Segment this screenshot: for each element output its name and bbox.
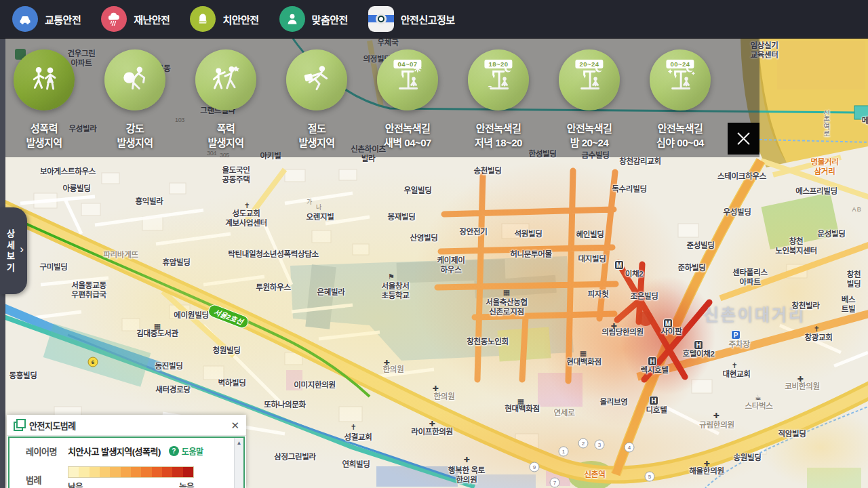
layer-icon-greenway-dawn[interactable]: 04~07안전녹색길새벽 04~07: [362, 49, 453, 150]
nav-item-disaster[interactable]: 재난안전: [101, 6, 170, 32]
legend-window-icon: [14, 422, 23, 431]
help-icon: ?: [169, 446, 179, 456]
theft-icon: [286, 49, 347, 110]
time-badge: 04~07: [393, 60, 421, 68]
subway-line-badge: 6: [88, 357, 98, 367]
station-platform: [43, 323, 151, 387]
legend-scrollbar[interactable]: ▲: [234, 438, 243, 488]
car-icon: [12, 6, 38, 32]
safety-map-app: 건우그린 아파트뒤공동우체국의정빌딩학도서관임상실기 교육센터우성빌라그랜드빌라…: [0, 0, 868, 488]
layer-icon-greenway-evening[interactable]: 18~20안전녹색길저녁 18~20: [453, 49, 544, 150]
layer-icon-greenway-night[interactable]: 20~24안전녹색길밤 20~24: [544, 49, 635, 150]
rain-icon: [101, 6, 127, 32]
legend-panel-header: 안전지도범례 ✕: [7, 415, 246, 436]
gradient-cell: [68, 467, 79, 477]
legend-high-label: 높음: [179, 480, 194, 488]
legend-low-label: 낮음: [68, 480, 83, 488]
exit-number-badge: 2: [578, 439, 589, 449]
exit-number-badge: 9: [530, 462, 540, 472]
time-badge: 18~20: [484, 60, 512, 68]
legend-label: 범례: [26, 473, 68, 486]
layer-icon-label: 성폭력발생지역: [0, 121, 90, 150]
bell-icon: [190, 6, 216, 32]
nav-item-report[interactable]: 안전신고정보: [368, 6, 455, 32]
time-badge: 20~24: [575, 60, 603, 68]
nav-item-label: 치안안전: [222, 12, 258, 26]
detail-view-tab[interactable]: 상세보기 ›: [0, 207, 27, 294]
detail-view-tab-label: 상세보기: [7, 228, 15, 273]
greenway-night-icon: 20~24: [559, 49, 620, 110]
gradient-cell: [141, 467, 151, 477]
scroll-up-arrow[interactable]: ▲: [235, 438, 243, 446]
exit-number-badge: 1: [559, 447, 569, 457]
layer-icon-sexual-violence[interactable]: 성폭력발생지역: [0, 49, 90, 150]
layer-icon-label: 안전녹색길저녁 18~20: [453, 121, 544, 150]
gradient-cell: [110, 467, 120, 477]
chevron-right-icon: ›: [20, 243, 24, 256]
person-icon: [279, 6, 305, 32]
layer-name-value: 치안사고 발생지역(성폭력): [68, 445, 161, 458]
layer-bar-close-button[interactable]: [728, 123, 760, 155]
exit-number-badge: 4: [625, 443, 635, 453]
nav-item-custom[interactable]: 맞춤안전: [279, 6, 348, 32]
gradient-cell: [183, 467, 193, 477]
time-badge: 00~24: [666, 60, 694, 68]
exit-number-badge: 5: [645, 472, 655, 482]
nav-item-traffic[interactable]: 교통안전: [12, 6, 81, 32]
gradient-cell: [90, 467, 100, 477]
gradient-cell: [131, 467, 141, 477]
gradient-cell: [162, 467, 172, 477]
nav-item-police[interactable]: 치안안전: [190, 6, 258, 32]
nav-item-label: 안전신고정보: [401, 12, 455, 26]
top-navigation: 교통안전재난안전치안안전맞춤안전안전신고정보: [0, 0, 868, 39]
layer-name-label: 레이어명: [26, 445, 68, 458]
greenway-late-icon: 00~24: [650, 49, 711, 110]
violence-icon: [195, 49, 256, 110]
gradient-cell: [172, 467, 182, 477]
layer-icon-robbery[interactable]: 강도발생지역: [90, 49, 180, 150]
legend-panel: 안전지도범례 ✕ 레이어명 치안사고 발생지역(성폭력) ? 도움말 범례 낮음…: [7, 415, 246, 488]
help-label: 도움말: [182, 445, 203, 457]
nav-item-label: 교통안전: [45, 12, 81, 26]
layer-icon-violence[interactable]: 폭력발생지역: [180, 49, 271, 150]
gradient-cell: [100, 467, 110, 477]
layer-icon-greenway-late[interactable]: 00~24안전녹색길심야 00~04: [635, 49, 726, 150]
robbery-icon: [104, 49, 165, 110]
layer-icon-label: 강도발생지역: [90, 121, 180, 150]
exit-number-badge: 7: [550, 478, 560, 488]
legend-close-icon[interactable]: ✕: [231, 420, 239, 430]
exit-number-badge: 3: [595, 440, 605, 450]
gradient-cell: [152, 467, 162, 477]
layer-icon-label: 안전녹색길새벽 04~07: [362, 121, 453, 150]
legend-gradient-bar: [68, 466, 194, 478]
layer-icon-label: 폭력발생지역: [180, 121, 271, 150]
camera-icon: [368, 6, 394, 32]
close-icon: [728, 123, 760, 155]
greenway-dawn-icon: 04~07: [377, 49, 438, 110]
layer-icon-label: 절도발생지역: [271, 121, 362, 150]
greenway-evening-icon: 18~20: [468, 49, 529, 110]
nav-item-label: 맞춤안전: [312, 12, 348, 26]
sexual-violence-icon: [14, 49, 75, 110]
layer-icon-label: 안전녹색길밤 20~24: [544, 121, 635, 150]
rail-station-box: [854, 106, 868, 119]
legend-panel-body: 레이어명 치안사고 발생지역(성폭력) ? 도움말 범례 낮음 높음: [8, 436, 245, 488]
layer-icon-theft[interactable]: 절도발생지역: [271, 49, 362, 150]
nav-item-label: 재난안전: [134, 12, 170, 26]
gradient-cell: [79, 467, 89, 477]
legend-title: 안전지도범례: [29, 419, 76, 432]
layer-icon-label: 안전녹색길심야 00~04: [635, 121, 726, 150]
help-link[interactable]: ? 도움말: [169, 445, 203, 457]
gradient-cell: [121, 467, 131, 477]
